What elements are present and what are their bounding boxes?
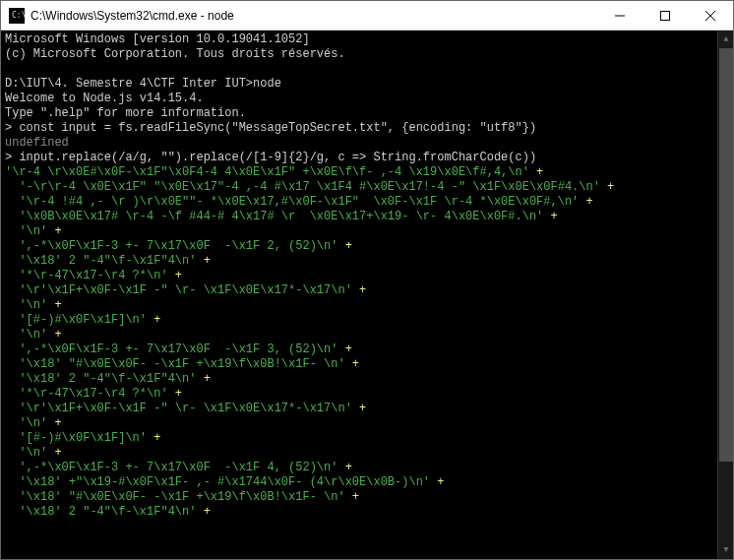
terminal-line: '\x18' 2 "-4"\f-\x1F"4\n' + — [5, 254, 729, 269]
terminal-line: '[#-)#\x0F\x1F]\n' + — [5, 431, 729, 446]
scrollbar[interactable]: ▲ ▼ — [717, 31, 733, 559]
terminal-line: ',-*\x0F\x1F-3 +- 7\x17\x0F -\x1F 4, (52… — [5, 461, 729, 475]
terminal-line: D:\IUT\4. Semestre 4\CTF Inter IUT>node — [5, 77, 729, 92]
terminal-line: undefined — [5, 136, 729, 151]
terminal-line: (c) Microsoft Corporation. Tous droits r… — [5, 47, 729, 62]
terminal-line: Type ".help" for more information. — [5, 106, 729, 121]
cmd-icon: C:\ — [9, 8, 25, 24]
terminal-line: '\r-4 !#4 ,- \r )\r\x0E""- *\x0E\x17,#\x… — [5, 195, 729, 210]
scroll-up-icon[interactable]: ▲ — [718, 31, 734, 48]
terminal-line — [5, 62, 729, 77]
minimize-button[interactable] — [597, 1, 642, 30]
terminal-line: > const input = fs.readFileSync("Message… — [5, 121, 729, 136]
scroll-down-icon[interactable]: ▼ — [718, 541, 734, 559]
terminal-line: Microsoft Windows [version 10.0.19041.10… — [5, 32, 729, 47]
terminal-line: '\x0B\x0E\x17# \r-4 -\f #44-# 4\x17# \r … — [5, 210, 729, 224]
terminal-line: > input.replace(/a/g, "").replace(/[1-9]… — [5, 151, 729, 165]
terminal-line: '\n' + — [5, 416, 729, 431]
maximize-button[interactable] — [642, 1, 688, 30]
terminal-line: '\x18' "#\x0E\x0F- -\x1F +\x19\f\x0B!\x1… — [5, 357, 729, 372]
svg-rect-1 — [661, 11, 670, 20]
terminal-output[interactable]: Microsoft Windows [version 10.0.19041.10… — [1, 31, 733, 559]
cmd-window: C:\ C:\Windows\System32\cmd.exe - node M… — [0, 0, 734, 560]
terminal-line: '\n' + — [5, 446, 729, 461]
terminal-line: '-\r\r-4 \x0E\x1F" "\x0E\x17"-4 ,-4 #\x1… — [5, 180, 729, 195]
terminal-line: '\x18' 2 "-4"\f-\x1F"4\n' + — [5, 372, 729, 387]
terminal-line: '\n' + — [5, 298, 729, 313]
terminal-line: '*\r-47\x17-\r4 ?*\n' + — [5, 269, 729, 283]
terminal-line: ',-*\x0F\x1F-3 +- 7\x17\x0F -\x1F 3, (52… — [5, 342, 729, 357]
terminal-line: '\r'\x1F+\x0F-\x1F -" \r- \x1F\x0E\x17*-… — [5, 402, 729, 416]
close-button[interactable] — [688, 1, 733, 30]
titlebar[interactable]: C:\ C:\Windows\System32\cmd.exe - node — [1, 1, 733, 31]
terminal-line: '*\r-47\x17-\r4 ?*\n' + — [5, 387, 729, 402]
terminal-line: '\r'\x1F+\x0F-\x1F -" \r- \x1F\x0E\x17*-… — [5, 283, 729, 298]
window-title: C:\Windows\System32\cmd.exe - node — [31, 9, 597, 23]
window-controls — [597, 1, 733, 30]
terminal-line: '\x18' "#\x0E\x0F- -\x1F +\x19\f\x0B!\x1… — [5, 490, 729, 505]
terminal-line: '[#-)#\x0F\x1F]\n' + — [5, 313, 729, 328]
terminal-line: ',-*\x0F\x1F-3 +- 7\x17\x0F -\x1F 2, (52… — [5, 239, 729, 254]
terminal-line: Welcome to Node.js v14.15.4. — [5, 92, 729, 106]
terminal-line: '\r-4 \r\x0E#\x0F-\x1F"\x0F4-4 4\x0E\x1F… — [5, 165, 729, 180]
terminal-line: '\x18' +"\x19-#\x0F\x1F- ,- #\x1744\x0F-… — [5, 475, 729, 490]
terminal-line: '\x18' 2 "-4"\f-\x1F"4\n' + — [5, 505, 729, 520]
terminal-line: '\n' + — [5, 224, 729, 239]
scrollbar-thumb[interactable] — [719, 48, 733, 462]
terminal-line: '\n' + — [5, 328, 729, 342]
